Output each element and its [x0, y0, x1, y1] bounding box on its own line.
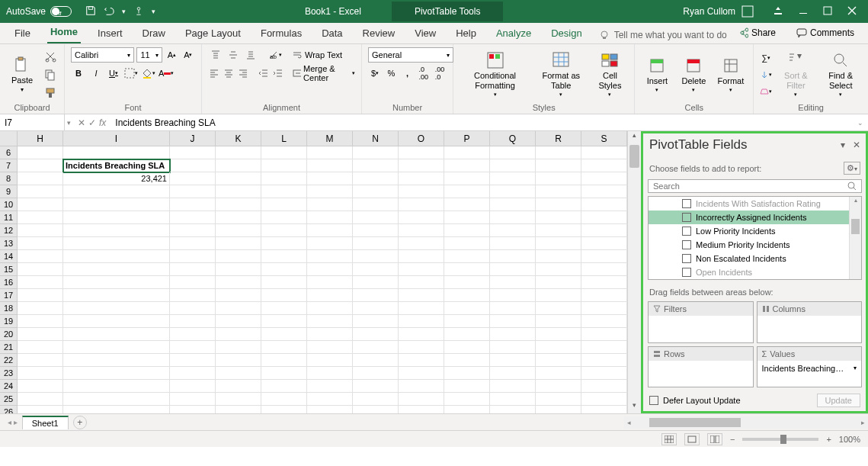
tab-formulas[interactable]: Formulas — [258, 24, 305, 43]
cell-O12[interactable] — [399, 224, 444, 237]
border-button[interactable]: ▾ — [123, 66, 139, 81]
cell-P10[interactable] — [444, 198, 490, 211]
cell-L14[interactable] — [261, 250, 307, 263]
cell-O15[interactable] — [399, 263, 444, 276]
font-size-combo[interactable]: 11▾ — [136, 47, 162, 63]
cell-R24[interactable] — [536, 380, 581, 393]
scroll-down-icon[interactable]: ▾ — [628, 401, 641, 413]
tab-home[interactable]: Home — [47, 23, 81, 43]
cell-K6[interactable] — [216, 146, 261, 159]
scroll-thumb[interactable] — [649, 418, 741, 427]
cell-O7[interactable] — [399, 159, 444, 172]
row-header-13[interactable]: 13 — [0, 237, 18, 250]
align-center-button[interactable] — [223, 66, 235, 81]
tab-help[interactable]: Help — [453, 24, 479, 43]
align-top-button[interactable] — [208, 47, 223, 63]
cell-L23[interactable] — [261, 367, 307, 380]
cell-K19[interactable] — [216, 315, 261, 328]
cell-P15[interactable] — [444, 263, 490, 276]
clear-button[interactable]: ▾ — [760, 84, 772, 99]
cell-J21[interactable] — [170, 341, 216, 354]
cell-P22[interactable] — [444, 354, 490, 367]
copy-button[interactable] — [43, 67, 58, 82]
cell-R23[interactable] — [536, 367, 581, 380]
cell-H14[interactable] — [18, 250, 63, 263]
cell-M7[interactable] — [307, 159, 353, 172]
save-icon[interactable] — [85, 5, 96, 18]
cell-S13[interactable] — [581, 237, 627, 250]
cell-I19[interactable] — [63, 315, 170, 328]
italic-button[interactable]: I — [88, 66, 104, 81]
row-header-24[interactable]: 24 — [0, 380, 18, 393]
cell-Q25[interactable] — [490, 393, 536, 406]
cell-L11[interactable] — [261, 211, 307, 224]
cell-S26[interactable] — [581, 406, 627, 413]
number-format-combo[interactable]: General▾ — [368, 47, 453, 63]
tab-view[interactable]: View — [412, 24, 439, 43]
cell-M13[interactable] — [307, 237, 353, 250]
cell-P8[interactable] — [444, 172, 490, 185]
merge-center-button[interactable]: Merge & Center▾ — [293, 66, 355, 81]
cell-R6[interactable] — [536, 146, 581, 159]
field-item[interactable]: Low Priority Incidents — [649, 224, 861, 238]
cell-P17[interactable] — [444, 289, 490, 302]
row-header-21[interactable]: 21 — [0, 341, 18, 354]
col-header-H[interactable]: H — [18, 131, 63, 146]
add-sheet-button[interactable]: + — [73, 416, 87, 429]
cell-Q23[interactable] — [490, 367, 536, 380]
cell-J8[interactable] — [170, 172, 216, 185]
cell-S24[interactable] — [581, 380, 627, 393]
cell-H13[interactable] — [18, 237, 63, 250]
format-painter-button[interactable] — [43, 85, 58, 101]
row-header-18[interactable]: 18 — [0, 302, 18, 315]
cell-K8[interactable] — [216, 172, 261, 185]
tab-analyze[interactable]: Analyze — [493, 24, 534, 43]
cell-J9[interactable] — [170, 185, 216, 198]
cell-R14[interactable] — [536, 250, 581, 263]
fill-button[interactable]: ▾ — [760, 67, 772, 82]
fx-icon[interactable]: fx — [99, 117, 106, 128]
cell-K26[interactable] — [216, 406, 261, 413]
cell-J6[interactable] — [170, 146, 216, 159]
col-header-O[interactable]: O — [399, 131, 444, 146]
cell-S21[interactable] — [581, 341, 627, 354]
format-as-table-button[interactable]: Format as Table▾ — [535, 50, 587, 98]
cell-M17[interactable] — [307, 289, 353, 302]
field-list-scrollbar[interactable]: ▴ — [849, 197, 861, 279]
cell-I11[interactable] — [63, 211, 170, 224]
cell-S20[interactable] — [581, 328, 627, 341]
cell-H19[interactable] — [18, 315, 63, 328]
cell-P14[interactable] — [444, 250, 490, 263]
cell-O20[interactable] — [399, 328, 444, 341]
undo-icon[interactable] — [104, 5, 114, 18]
cell-Q14[interactable] — [490, 250, 536, 263]
cell-H10[interactable] — [18, 198, 63, 211]
cell-I16[interactable] — [63, 276, 170, 289]
row-header-14[interactable]: 14 — [0, 250, 18, 263]
cell-M12[interactable] — [307, 224, 353, 237]
cell-H12[interactable] — [18, 224, 63, 237]
col-header-R[interactable]: R — [536, 131, 581, 146]
cell-Q10[interactable] — [490, 198, 536, 211]
scroll-thumb[interactable] — [629, 145, 639, 168]
font-color-button[interactable]: A▾ — [159, 66, 174, 81]
cell-K14[interactable] — [216, 250, 261, 263]
cell-H25[interactable] — [18, 393, 63, 406]
normal-view-button[interactable] — [661, 433, 677, 445]
cell-R8[interactable] — [536, 172, 581, 185]
cell-Q8[interactable] — [490, 172, 536, 185]
cell-M18[interactable] — [307, 302, 353, 315]
cell-O19[interactable] — [399, 315, 444, 328]
cell-M20[interactable] — [307, 328, 353, 341]
field-item[interactable]: Incidents With Satisfaction Rating — [649, 197, 861, 211]
cell-I18[interactable] — [63, 302, 170, 315]
scroll-left-icon[interactable]: ◂ — [624, 419, 634, 426]
cell-M16[interactable] — [307, 276, 353, 289]
cell-O6[interactable] — [399, 146, 444, 159]
cell-N11[interactable] — [353, 211, 399, 224]
cell-L26[interactable] — [261, 406, 307, 413]
cell-Q26[interactable] — [490, 406, 536, 413]
cell-J10[interactable] — [170, 198, 216, 211]
ribbon-options-icon[interactable] — [773, 5, 783, 18]
cell-N15[interactable] — [353, 263, 399, 276]
